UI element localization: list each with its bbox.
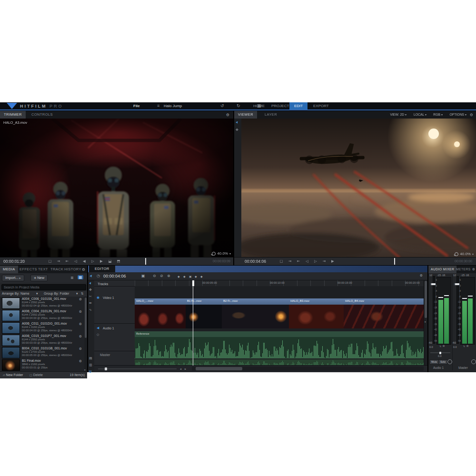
scroll-left-icon[interactable]: ◂ xyxy=(180,367,181,370)
zoom-out-icon[interactable]: ⊖ xyxy=(153,274,156,278)
play-icon[interactable]: ▶ xyxy=(98,259,105,263)
select-tool-icon[interactable]: ➤ xyxy=(89,273,94,278)
channel-settings-knob[interactable] xyxy=(447,359,452,364)
pan-slider-handle[interactable] xyxy=(439,352,441,354)
new-folder-button[interactable]: ▱ New Folder xyxy=(3,373,23,377)
pan-slider[interactable] xyxy=(430,352,450,353)
loop-icon[interactable]: ▢ xyxy=(47,259,53,263)
timeline-vscroll-thumb[interactable] xyxy=(425,281,427,318)
channel-space-dropdown[interactable]: LOCAL ▾ xyxy=(414,113,426,116)
next-keyframe-icon[interactable]: ◆ xyxy=(195,275,197,278)
media-item-gear-icon[interactable]: ⚙ xyxy=(79,310,82,314)
slice-tool-icon[interactable]: ✂ xyxy=(89,295,92,298)
viewer-zoom-control[interactable]: 40.0% ▾ xyxy=(455,252,474,256)
audio-track-speaker-icon[interactable]: ◀ xyxy=(97,326,99,330)
snap-icon[interactable]: ▣ xyxy=(189,275,192,278)
trimmer-playhead-marker[interactable] xyxy=(145,258,146,265)
next-frame-icon[interactable]: ▷ xyxy=(312,259,319,263)
timeline-vscrollbar[interactable]: ▾ xyxy=(424,280,427,366)
delete-button[interactable]: ▢ Delete xyxy=(30,373,43,377)
viewer-playhead-marker[interactable] xyxy=(394,258,395,265)
timeline-clip-video[interactable]: HALO_B3.mov xyxy=(289,298,344,328)
solo-button[interactable]: Solo xyxy=(438,359,447,365)
select-tool-icon[interactable]: ➤ xyxy=(235,120,239,124)
play-icon[interactable]: ▶ xyxy=(329,259,336,263)
media-search-input[interactable] xyxy=(1,284,86,290)
tab-trimmer[interactable]: TRIMMER xyxy=(0,111,26,119)
options-dropdown[interactable]: OPTIONS ▾ xyxy=(450,113,467,116)
media-item[interactable]: A004_C006_0101S6_001.mov 6144 x 2592 pix… xyxy=(0,297,84,309)
prev-frame-icon[interactable]: ◁ xyxy=(72,259,79,263)
tab-layer[interactable]: LAYER xyxy=(261,111,281,119)
rgb-dropdown[interactable]: RGB ▾ xyxy=(433,113,443,116)
undo-icon[interactable]: ↺ xyxy=(220,103,224,108)
timeline-clip-video[interactable]: B1 Fi...mov xyxy=(186,298,222,328)
add-keyframe-icon[interactable]: ◆ xyxy=(183,275,186,278)
timeline-clip-video[interactable]: HALO_...mov xyxy=(135,298,186,328)
view-mode-dropdown[interactable]: VIEW: 2D ▾ xyxy=(390,113,407,116)
video-track-visibility-icon[interactable]: ◉ xyxy=(97,296,99,299)
poster-frame-icon[interactable]: ▣ xyxy=(141,274,145,278)
track-label-master[interactable]: Master xyxy=(100,353,110,357)
timeline-playhead[interactable] xyxy=(193,286,193,366)
goto-end-icon[interactable]: ⇥ xyxy=(321,259,327,263)
editor-settings-icon[interactable]: ⚙ xyxy=(420,274,423,278)
loop-icon[interactable]: ▢ xyxy=(278,259,285,263)
trimmer-viewport[interactable]: HALO_A3.mov 40.0% ▾ xyxy=(0,119,233,257)
media-gear-icon[interactable]: ⚙ xyxy=(82,268,85,272)
media-item-gear-icon[interactable]: ⚙ xyxy=(79,359,82,363)
hand-tool-icon[interactable]: ✥ xyxy=(89,288,92,292)
timeline-hscroll-thumb[interactable] xyxy=(196,367,242,370)
sort-direction-icon[interactable]: ⇅ xyxy=(81,292,84,296)
media-item[interactable]: A006_C015_0101P7_001.mov 6144 x 2592 pix… xyxy=(0,334,84,346)
media-item[interactable]: A006_C011_0101DG_001.mov 6144 x 3160 pix… xyxy=(0,321,84,334)
tab-viewer[interactable]: VIEWER xyxy=(234,111,257,119)
grid-view-icon[interactable]: ▦ xyxy=(78,275,83,279)
set-in-icon[interactable]: ⬓ xyxy=(107,259,113,263)
media-item[interactable]: B004_C010_0101GB_001.mov 5120 x 2700 pix… xyxy=(0,346,84,358)
viewer-gear-icon[interactable]: ⚙ xyxy=(470,113,473,117)
stop-icon[interactable]: ◀ xyxy=(81,259,88,263)
video-track-lane[interactable]: HALO_...mov B1 Fi...mov B2 Fi...mov HALO… xyxy=(135,298,424,328)
project-tab[interactable]: Halo Jump xyxy=(164,104,182,108)
audio-sync-icon[interactable]: ◇ xyxy=(97,333,99,337)
prev-keyframe-icon[interactable]: ◆ xyxy=(178,275,180,278)
trimmer-zoom-control[interactable]: 40.0% ▾ xyxy=(212,251,231,256)
viewer-timecode[interactable]: 00:00:04:06 xyxy=(245,259,266,264)
group-by-dropdown[interactable]: Group By: Folder xyxy=(44,292,69,295)
rate-stretch-tool-icon[interactable]: ⇹ xyxy=(89,301,92,305)
editor-timecode[interactable]: 00:00:04:06 xyxy=(103,274,126,278)
tab-history[interactable]: HISTORY xyxy=(62,266,83,273)
new-button[interactable]: ✚ New xyxy=(30,275,48,281)
mute-button[interactable]: Mute xyxy=(429,359,439,365)
import-button[interactable]: Import... ▸ xyxy=(2,275,24,281)
mixer-gear-icon[interactable]: ⚙ xyxy=(472,268,475,271)
arrange-by-dropdown[interactable]: Arrange By: Name xyxy=(2,292,30,295)
timeline-clip-video[interactable]: B2 Fi...mov xyxy=(222,298,289,328)
set-out-icon[interactable]: ⬒ xyxy=(115,259,122,263)
file-menu[interactable]: File xyxy=(133,104,140,108)
universal-track-icon[interactable]: U xyxy=(89,370,91,373)
scroll-right-icon[interactable]: ▸ xyxy=(185,367,186,370)
nav-tab-export[interactable]: EXPORT xyxy=(308,102,334,109)
media-scrollbar[interactable]: ▾ xyxy=(84,297,87,371)
zoom-in-icon[interactable]: ⊕ xyxy=(167,274,170,278)
tab-controls[interactable]: CONTROLS xyxy=(28,111,57,119)
timeline-ruler[interactable]: 00:00:05:00 00:00:10:00 00:00:15:00 00:0… xyxy=(135,280,424,286)
media-scrollbar-thumb[interactable] xyxy=(85,298,87,338)
hand-tool-icon[interactable]: ✥ xyxy=(236,128,238,132)
trimmer-gear-icon[interactable]: ⚙ xyxy=(226,113,229,117)
goto-in-icon[interactable]: ⇤ xyxy=(64,259,70,263)
play-in-out-icon[interactable]: ⇥ xyxy=(55,259,62,263)
channel-settings-knob[interactable] xyxy=(471,359,476,364)
select-tool-icon[interactable]: ➤ xyxy=(88,281,93,285)
tab-text[interactable]: TEXT xyxy=(36,266,50,273)
tab-meters[interactable]: METERS xyxy=(455,266,472,273)
track-label-audio1[interactable]: Audio 1 xyxy=(103,327,114,330)
play-in-out-icon[interactable]: ⇥ xyxy=(287,259,293,263)
goto-start-icon[interactable]: ⇤ xyxy=(295,259,302,263)
zoom-fit-icon[interactable]: ⊘ xyxy=(160,274,163,278)
timeline-content[interactable]: HALO_...mov B1 Fi...mov B2 Fi...mov HALO… xyxy=(135,286,424,366)
media-item[interactable]: A006_C004_0101JN_001.mov 6144 x 2592 pix… xyxy=(0,309,84,321)
media-item-gear-icon[interactable]: ⚙ xyxy=(79,347,82,351)
